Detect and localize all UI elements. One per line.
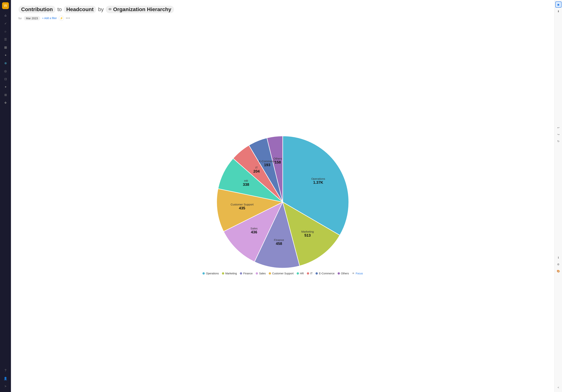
sidebar-item-circle[interactable]: ◎ xyxy=(2,68,9,74)
bolt-button[interactable]: ⚡ xyxy=(59,15,64,21)
sidebar-item-check[interactable]: ✓ xyxy=(2,20,9,27)
add-filter-button[interactable]: + Add a filter xyxy=(42,17,57,20)
sidebar-item-book[interactable]: ☰ xyxy=(2,36,9,43)
headcount-label: Headcount xyxy=(64,6,96,13)
palette-right-icon[interactable]: 🎨 xyxy=(555,268,562,274)
sidebar-item-bulb[interactable]: ✦ xyxy=(2,52,9,59)
screenshot-right-icon[interactable]: ▣ xyxy=(555,1,562,8)
for-label: for xyxy=(19,17,22,20)
sidebar-item-transform[interactable]: ✦ xyxy=(2,83,9,90)
by-connector: by xyxy=(98,6,104,12)
right-panel: ▣ ⬇ ↩ ↪ ↻ ℹ ⚙ 🎨 < xyxy=(554,0,562,392)
legend-item-marketing[interactable]: Marketing xyxy=(222,272,237,275)
eye-icon: 👁 xyxy=(108,8,112,12)
legend-item-sales[interactable]: Sales xyxy=(256,272,266,275)
legend-item-finance[interactable]: Finance xyxy=(240,272,253,275)
period-filter[interactable]: Mar 2023 xyxy=(24,16,40,20)
legend-dot xyxy=(222,272,224,274)
collapse-right-icon[interactable]: < xyxy=(555,384,562,391)
sidebar-item-search[interactable]: ⌕ xyxy=(2,28,9,35)
sidebar-item-box[interactable]: ❖ xyxy=(2,99,9,106)
help-icon[interactable]: ? xyxy=(2,367,9,374)
user-profile-icon[interactable]: 👤 xyxy=(2,375,9,382)
legend-item-hr[interactable]: HR xyxy=(297,272,304,275)
focus-eye-icon: 👁 xyxy=(352,272,355,275)
sidebar-item-home[interactable]: ⌂ xyxy=(2,12,9,19)
sidebar-item-stack[interactable]: ⊞ xyxy=(2,91,9,98)
sidebar: W ⌂ ✓ ⌕ ☰ ▦ ✦ ⊗ ◎ ⊡ ✦ ⊞ ❖ ? 👤 > xyxy=(0,0,11,392)
legend-focus-button[interactable]: 👁Focus xyxy=(352,272,363,275)
legend-item-customer-support[interactable]: Customer Support xyxy=(269,272,294,275)
legend-item-it[interactable]: IT xyxy=(307,272,313,275)
page-header: Contribution to Headcount by 👁 Organizat… xyxy=(19,6,547,21)
legend-dot xyxy=(307,272,309,274)
filter-row: for Mar 2023 + Add a filter ⚡ ••• xyxy=(19,15,547,21)
main-content: Contribution to Headcount by 👁 Organizat… xyxy=(11,0,554,392)
contribution-label: Contribution xyxy=(19,6,56,13)
pie-chart-wrapper: Operations1.37KMarketing513Finance458Sal… xyxy=(217,136,349,268)
org-hierarchy-badge[interactable]: 👁 Organization Hierarchy xyxy=(106,6,174,13)
sidebar-logo[interactable]: W xyxy=(2,2,9,9)
legend-item-operations[interactable]: Operations xyxy=(202,272,219,275)
more-options-button[interactable]: ••• xyxy=(66,16,70,20)
legend-dot xyxy=(240,272,242,274)
legend-dot xyxy=(256,272,258,274)
chart-legend: OperationsMarketingFinanceSalesCustomer … xyxy=(199,272,367,275)
refresh-right-icon[interactable]: ↻ xyxy=(555,138,562,144)
legend-item-others[interactable]: Others xyxy=(338,272,349,275)
focus-label: Focus xyxy=(356,272,363,275)
download-right-icon[interactable]: ⬇ xyxy=(555,8,562,14)
expand-sidebar-icon[interactable]: > xyxy=(2,383,9,390)
sidebar-item-binoculars[interactable]: ⊗ xyxy=(2,60,9,66)
pie-chart xyxy=(217,136,349,268)
legend-dot xyxy=(269,272,271,274)
legend-dot xyxy=(297,272,299,274)
title-row: Contribution to Headcount by 👁 Organizat… xyxy=(19,6,547,13)
chart-area: Operations1.37KMarketing513Finance458Sal… xyxy=(19,24,547,386)
undo-right-icon[interactable]: ↩ xyxy=(555,125,562,131)
info-right-icon[interactable]: ℹ xyxy=(555,255,562,261)
legend-dot xyxy=(202,272,205,274)
legend-item-e-commerce[interactable]: E-Commerce xyxy=(316,272,334,275)
legend-dot xyxy=(338,272,340,274)
to-connector: to xyxy=(57,6,62,12)
sidebar-item-chart[interactable]: ▦ xyxy=(2,44,9,51)
settings-right-icon[interactable]: ⚙ xyxy=(555,261,562,267)
sidebar-item-camera[interactable]: ⊡ xyxy=(2,75,9,82)
redo-right-icon[interactable]: ↪ xyxy=(555,131,562,137)
legend-dot xyxy=(316,272,318,274)
